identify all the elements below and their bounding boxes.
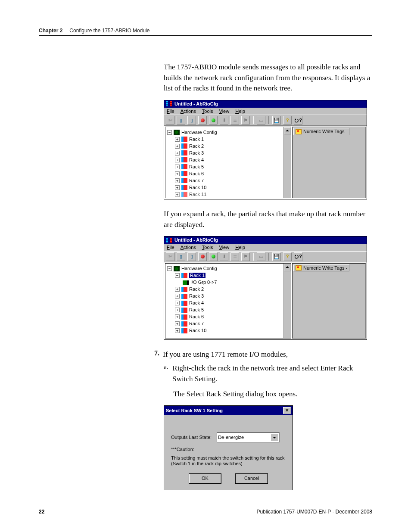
cut-icon[interactable]: ✄ [166,116,174,124]
numeric-write-tags-button[interactable]: Numeric Write Tags - [293,128,349,135]
doc-icon[interactable]: ▭ [257,252,265,261]
dialog-titlebar: Select Rack SW 1 Setting ✕ [164,406,293,415]
collapse-icon[interactable]: − [175,273,180,278]
expand-icon[interactable]: + [175,301,180,305]
ok-button[interactable]: OK [189,473,221,484]
tree-node-io-group[interactable]: I/O Grp 0->7 [167,279,289,286]
step-number: 7. [152,349,159,360]
rack-icon [181,171,187,176]
tree-root[interactable]: −Hardware Config [167,265,289,272]
tree-node-rack-1[interactable]: −Rack 1 [167,272,289,279]
tree-node-rack-4[interactable]: +Rack 4 [167,156,289,163]
expand-icon[interactable]: + [175,165,180,169]
collapse-icon[interactable]: − [167,266,172,271]
rack-icon [181,314,187,320]
save-icon[interactable]: 💾 [272,252,281,261]
close-icon[interactable]: ✕ [283,407,291,414]
online-icon[interactable] [209,252,218,261]
rack-icon [181,178,187,183]
expand-icon[interactable]: + [175,178,180,183]
menu-help[interactable]: Help [235,245,245,250]
tree-view[interactable]: −Hardware Config +Rack 1 +Rack 2 +Rack 3… [165,127,291,198]
expand-icon[interactable]: + [175,328,180,333]
tree-node-rack-10[interactable]: +Rack 10 [167,327,289,334]
expand-icon[interactable]: + [175,192,180,197]
toolbar-separator [253,116,254,124]
record-icon[interactable] [198,252,207,261]
tree-node-rack-10[interactable]: +Rack 10 [167,184,289,191]
online-icon[interactable] [209,116,218,124]
download-icon[interactable]: ⬇ [220,116,228,124]
rack-icon [181,328,187,333]
expand-icon[interactable]: + [175,321,180,326]
expand-icon[interactable]: + [175,158,180,162]
rack-b-icon[interactable]: ▯ [187,116,196,124]
menu-tools[interactable]: Tools [202,245,213,250]
expand-icon[interactable]: + [175,171,180,176]
tree-node-rack-7[interactable]: +Rack 7 [167,320,289,327]
whatsthis-icon[interactable]: ⭮? [294,116,302,124]
expand-icon[interactable]: + [175,287,180,292]
menu-view[interactable]: View [219,245,230,250]
rack-a-icon[interactable]: ▯ [177,116,185,124]
dropdown-arrow-icon[interactable] [271,434,278,441]
expand-icon[interactable]: + [175,144,180,149]
menu-bar: File Actions Tools View Help [164,244,367,251]
doc-icon[interactable]: ▭ [257,116,265,124]
scrollbar[interactable] [283,127,291,198]
tree-node-rack-2[interactable]: +Rack 2 [167,286,289,293]
cancel-button[interactable]: Cancel [235,473,268,484]
tree-node-rack-7[interactable]: +Rack 7 [167,177,289,184]
rack-a-icon[interactable]: ▯ [177,252,185,261]
tree-node-rack-5[interactable]: +Rack 5 [167,307,289,314]
rack-icon [181,137,187,142]
menu-help[interactable]: Help [235,109,245,114]
menu-file[interactable]: File [167,245,174,250]
list-icon[interactable]: ≣ [230,116,239,124]
help-icon[interactable]: ? [283,116,292,124]
download-icon[interactable]: ⬇ [220,252,228,261]
menu-tools[interactable]: Tools [202,109,213,114]
tree-node-rack-6[interactable]: +Rack 6 [167,314,289,320]
outputs-last-state-select[interactable]: De-energize [217,432,280,442]
collapse-icon[interactable]: − [167,130,172,135]
menu-view[interactable]: View [219,109,230,114]
tree-node-rack-5[interactable]: +Rack 5 [167,163,289,170]
rack-icon [181,321,187,327]
step-7a-note: The Select Rack Setting dialog box opens… [173,389,372,400]
tree-view[interactable]: −Hardware Config −Rack 1 I/O Grp 0->7 +R… [165,263,291,339]
tree-node-rack-1[interactable]: +Rack 1 [167,136,289,143]
expand-icon[interactable]: + [175,185,180,190]
step-7-text: If you are using 1771 remote I/O modules… [163,349,288,360]
tree-node-rack-6[interactable]: +Rack 6 [167,170,289,177]
tree-root[interactable]: −Hardware Config [167,129,289,136]
scrollbar[interactable] [283,264,291,338]
paragraph-2: If you expand a rack, the partial racks … [164,209,372,230]
save-icon[interactable]: 💾 [272,116,281,124]
flag-icon[interactable]: ⚑ [241,116,250,124]
tree-node-rack-4[interactable]: +Rack 4 [167,300,289,307]
rack-icon [181,150,187,156]
menu-file[interactable]: File [167,109,174,114]
menu-actions[interactable]: Actions [181,109,196,114]
list-icon[interactable]: ≣ [230,252,239,261]
flag-icon[interactable]: ⚑ [241,252,250,261]
record-icon[interactable] [198,116,207,124]
expand-icon[interactable]: + [175,294,180,299]
numeric-write-tags-button[interactable]: Numeric Write Tags - [293,264,349,272]
chapter-title: Configure the 1757-ABRIO Module [69,28,149,34]
rack-b-icon[interactable]: ▯ [187,252,196,261]
expand-icon[interactable]: + [175,308,180,312]
menu-actions[interactable]: Actions [181,245,196,250]
tree-node-rack-2[interactable]: +Rack 2 [167,143,289,149]
tree-node-rack-11[interactable]: +Rack 11 [167,191,289,198]
expand-icon[interactable]: + [175,314,180,319]
help-icon[interactable]: ? [283,252,292,261]
expand-icon[interactable]: + [175,137,180,142]
tree-node-rack-3[interactable]: +Rack 3 [167,149,289,156]
cut-icon[interactable]: ✄ [166,252,174,261]
whatsthis-icon[interactable]: ⭮? [294,252,302,261]
outputs-last-state-row: Outputs Last State: De-energize [171,432,286,442]
expand-icon[interactable]: + [175,151,180,156]
tree-node-rack-3[interactable]: +Rack 3 [167,293,289,300]
